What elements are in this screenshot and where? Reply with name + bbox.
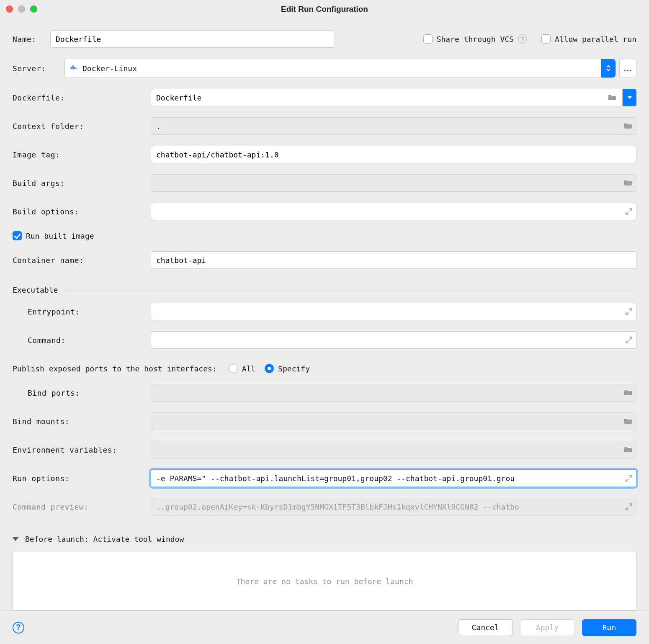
command-label: Command:: [13, 336, 151, 345]
dockerfile-input[interactable]: [151, 89, 623, 106]
server-dropdown[interactable]: Docker-Linux: [64, 59, 616, 78]
image-tag-label: Image tag:: [13, 150, 151, 159]
chevron-up-down-icon: [601, 59, 616, 77]
chevron-down-icon: [13, 537, 18, 541]
name-label: Name:: [13, 35, 50, 44]
publish-ports-label: Publish exposed ports to the host interf…: [13, 364, 217, 373]
help-icon[interactable]: ?: [518, 34, 527, 44]
allow-parallel-checkbox[interactable]: Allow parallel run: [541, 34, 636, 44]
run-options-label: Run options:: [13, 474, 151, 483]
entrypoint-label: Entrypoint:: [13, 307, 151, 316]
dockerfile-label: Dockerfile:: [13, 93, 151, 102]
container-name-label: Container name:: [13, 256, 151, 265]
bind-mounts-input[interactable]: [151, 412, 636, 430]
env-vars-label: Environment variables:: [13, 446, 151, 454]
run-options-input[interactable]: -e PARAMS=" --chatbot-api.launchList=gro…: [151, 469, 636, 487]
command-input[interactable]: [151, 331, 636, 349]
command-preview-label: Command preview:: [13, 502, 151, 511]
entrypoint-input[interactable]: [151, 303, 636, 320]
build-args-label: Build args:: [13, 179, 151, 188]
docker-icon: [70, 64, 78, 72]
container-name-input[interactable]: [151, 251, 636, 269]
build-options-input[interactable]: [151, 203, 636, 220]
svg-rect-3: [72, 65, 74, 67]
before-launch-tasks[interactable]: There are no tasks to run before launch: [13, 552, 636, 611]
run-built-image-checkbox[interactable]: Run built image: [13, 231, 94, 240]
build-options-label: Build options:: [13, 207, 151, 216]
before-launch-header[interactable]: Before launch: Activate tool window: [13, 535, 636, 544]
image-tag-input[interactable]: [151, 146, 636, 163]
allow-parallel-label: Allow parallel run: [555, 35, 636, 44]
command-preview-input: ..group02.openAiKey=sk-KbyrsD1mbgY5NMGX1…: [151, 498, 636, 515]
svg-marker-4: [628, 96, 632, 99]
name-input[interactable]: [50, 30, 335, 48]
run-built-image-label: Run built image: [26, 232, 94, 240]
env-vars-input[interactable]: [151, 441, 636, 459]
dialog-footer: ? Cancel Apply Run: [0, 611, 649, 644]
ports-specify-radio[interactable]: Specify: [265, 364, 310, 373]
context-folder-input[interactable]: .: [151, 117, 636, 135]
cancel-button[interactable]: Cancel: [458, 619, 513, 636]
window-title: Edit Run Configuration: [0, 5, 649, 14]
titlebar: Edit Run Configuration: [0, 0, 649, 18]
before-launch-empty: There are no tasks to run before launch: [236, 577, 413, 586]
share-vcs-checkbox[interactable]: Share through VCS ?: [423, 34, 527, 44]
ports-all-radio[interactable]: All: [229, 364, 256, 373]
server-value: Docker-Linux: [82, 64, 137, 73]
server-more-button[interactable]: …: [619, 59, 636, 78]
bind-ports-input[interactable]: [151, 384, 636, 402]
run-button[interactable]: Run: [582, 619, 636, 636]
apply-button: Apply: [520, 619, 574, 636]
help-button[interactable]: ?: [13, 622, 24, 634]
server-label: Server:: [13, 64, 64, 73]
build-args-input[interactable]: [151, 174, 636, 192]
context-folder-label: Context folder:: [13, 122, 151, 131]
bind-mounts-label: Bind mounts:: [13, 417, 151, 426]
bind-ports-label: Bind ports:: [13, 389, 151, 397]
share-vcs-label: Share through VCS: [437, 35, 514, 44]
executable-section-header: Executable: [13, 286, 636, 294]
dockerfile-dropdown-button[interactable]: [623, 89, 636, 106]
